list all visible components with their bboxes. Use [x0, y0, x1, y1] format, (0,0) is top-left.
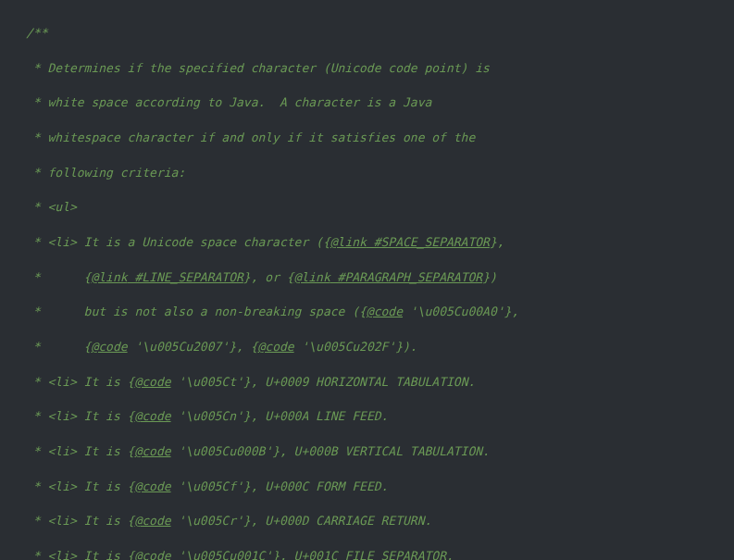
javadoc-line: * but is not also a non-breaking space (…	[0, 304, 734, 321]
javadoc-line: * <li> It is {@code '\u005Cf'}, U+000C F…	[0, 479, 734, 496]
javadoc-line: * following criteria:	[0, 165, 734, 182]
javadoc-line: * white space according to Java. A chara…	[0, 94, 734, 112]
javadoc-line: * <ul>	[0, 199, 734, 217]
javadoc-line: * <li> It is {@code '\u005Ct'}, U+0009 H…	[0, 374, 734, 392]
javadoc-line: * <li> It is {@code '\u005Cu000B'}, U+00…	[0, 443, 734, 461]
javadoc-line: * whitespace character if and only if it…	[0, 130, 734, 147]
javadoc-line: * <li> It is {@code '\u005Cr'}, U+000D C…	[0, 513, 734, 530]
javadoc-line: * <li> It is a Unicode space character (…	[0, 234, 734, 252]
javadoc-line: * {@link #LINE_SEPARATOR}, or {@link #PA…	[0, 269, 734, 287]
javadoc-line: * {@code '\u005Cu2007'}, {@code '\u005Cu…	[0, 339, 734, 356]
javadoc-open: /**	[0, 25, 734, 43]
code-editor-content: /** * Determines if the specified charac…	[0, 7, 734, 560]
javadoc-line: * <li> It is {@code '\u005Cu001C'}, U+00…	[0, 548, 734, 560]
javadoc-line: * Determines if the specified character …	[0, 60, 734, 78]
javadoc-line: * <li> It is {@code '\u005Cn'}, U+000A L…	[0, 408, 734, 426]
